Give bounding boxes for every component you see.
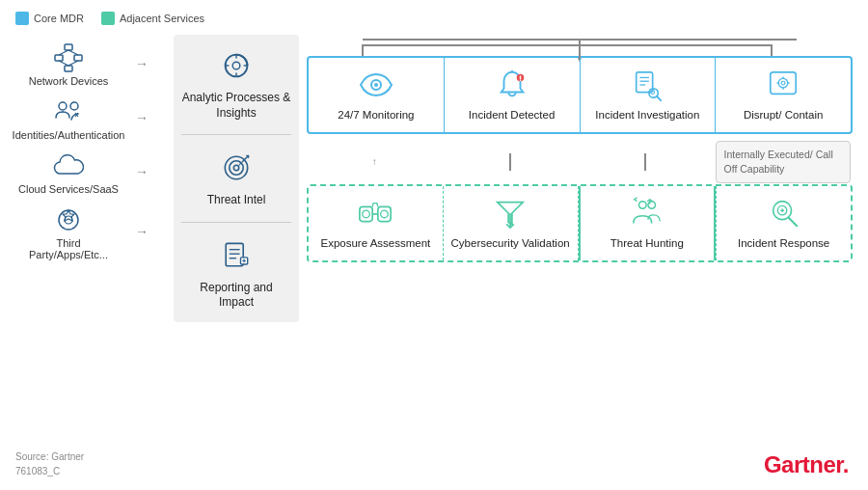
svg-rect-51: [360, 206, 372, 221]
gartner-dot: .: [843, 451, 849, 477]
between-rows-area: ↑: [307, 140, 853, 184]
svg-point-55: [381, 210, 389, 218]
middle-analytic-label: Analytic Processes & Insights: [181, 91, 291, 121]
legend-adjacent: Adjacent Services: [101, 12, 204, 25]
analytic-icon: [217, 46, 256, 85]
svg-line-6: [59, 61, 68, 66]
svg-rect-3: [65, 66, 72, 71]
cell-disrupt-label: Disrupt/ Contain: [744, 108, 823, 122]
network-icon: [51, 41, 86, 75]
adjacent-services-row: Exposure Assessment Cybersecurity Valida…: [307, 184, 853, 262]
source-identity-label: Identities/Authentication: [13, 129, 125, 141]
svg-point-22: [233, 165, 238, 170]
cell-exposure-label: Exposure Assessment: [320, 236, 430, 251]
footer: Source: Gartner 761083_C: [15, 449, 84, 478]
right-section: ▼ 24/7 Monitoring: [307, 35, 853, 262]
svg-point-8: [59, 102, 67, 110]
svg-point-15: [232, 62, 240, 69]
cell-monitoring: 24/7 Monitoring: [309, 58, 445, 132]
cell-incident-response: Incident Response: [716, 186, 851, 260]
source-row-cloud: Cloud Services/SaaS →: [15, 149, 152, 195]
search-doc-icon: [630, 68, 665, 102]
legend-core-label: Core MDR: [34, 13, 84, 24]
svg-line-42: [658, 96, 662, 100]
svg-line-7: [68, 61, 78, 66]
cloud-icon: [51, 149, 86, 183]
svg-point-45: [778, 78, 787, 87]
svg-rect-52: [378, 206, 391, 221]
legend-adjacent-label: Adjacent Services: [120, 13, 204, 24]
source-row-thirdparty: Third Party/Apps/Etc... →: [15, 203, 152, 260]
arrow-thirdparty: →: [135, 224, 149, 239]
cell-incident-response-label: Incident Response: [738, 236, 829, 251]
internally-executed-box: Internally Executed/ Call Off Capability: [716, 141, 852, 182]
target-icon: [217, 149, 256, 187]
core-mdr-row: 24/7 Monitoring Incident Detected: [307, 56, 853, 134]
svg-point-32: [374, 83, 378, 87]
footer-source: Source: Gartner: [15, 449, 84, 464]
middle-reporting: Reporting and Impact: [181, 236, 291, 311]
identity-icon: [51, 95, 86, 129]
search-mag-icon: [767, 196, 801, 231]
svg-line-4: [59, 50, 68, 55]
top-h-line: [362, 44, 772, 46]
source-cloud-label: Cloud Services/SaaS: [18, 183, 119, 195]
arrow-detected-down: [443, 140, 579, 184]
divider-2: [181, 222, 291, 223]
footer-code: 761083_C: [15, 464, 84, 478]
middle-analytic: Analytic Processes & Insights: [181, 46, 291, 121]
source-network-label: Network Devices: [29, 75, 109, 87]
legend-box-adjacent: [101, 12, 115, 25]
source-network: Network Devices: [15, 41, 122, 87]
svg-point-54: [363, 210, 370, 218]
source-thirdparty-label: Third Party/Apps/Etc...: [15, 237, 122, 260]
cell-threat-hunting-label: Threat Hunting: [610, 236, 684, 251]
svg-rect-1: [55, 55, 63, 61]
source-row-identity: Identities/Authentication →: [15, 95, 152, 141]
arrow-monitoring-down: ↑: [307, 140, 443, 184]
source-identity: Identities/Authentication: [15, 95, 122, 141]
vert-line-1: [509, 153, 511, 171]
cell-investigation: Incident Investigation: [581, 58, 717, 132]
middle-threat-intel-label: Threat Intel: [207, 193, 266, 208]
eye-icon: [359, 68, 393, 102]
arrow-cloud: →: [135, 164, 149, 179]
svg-rect-0: [65, 44, 72, 50]
cell-monitoring-label: 24/7 Monitoring: [338, 108, 414, 122]
svg-point-46: [781, 81, 785, 85]
thirdparty-icon: [51, 203, 86, 237]
divider-1: [181, 134, 291, 135]
svg-point-58: [648, 202, 656, 209]
arrow-investigation-down: [578, 140, 714, 184]
filter-arrow-icon: [493, 196, 528, 231]
right-branch-line: [771, 44, 773, 56]
svg-line-60: [788, 218, 797, 227]
main-container: Network Devices →: [15, 35, 853, 322]
cell-exposure: Exposure Assessment: [309, 186, 444, 260]
legend: Core MDR Adjacent Services: [15, 12, 853, 25]
arrows-area: ↑: [307, 140, 714, 184]
gartner-logo: Gartner.: [764, 451, 849, 478]
internally-executed-area: Internally Executed/ Call Off Capability: [714, 140, 854, 184]
arrow-identity: →: [135, 110, 149, 125]
reporting-icon: [217, 236, 256, 275]
cell-detected: Incident Detected: [445, 58, 581, 132]
svg-rect-44: [771, 72, 796, 95]
page: Core MDR Adjacent Services: [0, 0, 868, 490]
cell-disrupt: Disrupt/ Contain: [716, 58, 851, 132]
legend-core: Core MDR: [15, 12, 84, 25]
binoculars-icon: [358, 196, 393, 231]
source-thirdparty: Third Party/Apps/Etc...: [15, 203, 122, 260]
svg-rect-2: [74, 55, 82, 61]
svg-point-36: [519, 80, 521, 82]
people-arrows-icon: [630, 196, 665, 231]
data-sources-section: Network Devices →: [15, 35, 160, 260]
cell-cyber-validation: Cybersecurity Validation: [444, 186, 579, 260]
legend-box-core: [15, 12, 29, 25]
middle-reporting-label: Reporting and Impact: [181, 281, 291, 311]
bell-icon: [495, 68, 529, 102]
source-cloud: Cloud Services/SaaS: [15, 149, 122, 195]
svg-point-12: [59, 210, 78, 230]
cell-detected-label: Incident Detected: [469, 108, 556, 122]
source-row-network: Network Devices →: [15, 41, 152, 87]
